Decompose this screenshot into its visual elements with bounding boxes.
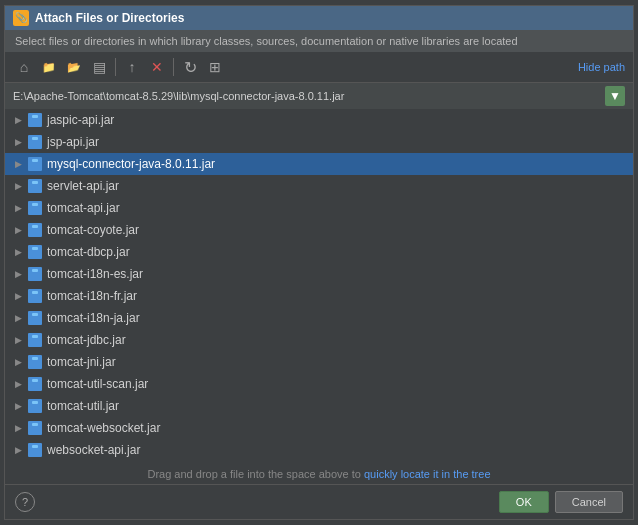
- tree-expand-arrow[interactable]: ▶: [13, 291, 23, 301]
- tree-expand-arrow[interactable]: ▶: [13, 137, 23, 147]
- jar-file-icon: [27, 398, 43, 414]
- tree-expand-arrow[interactable]: ▶: [13, 401, 23, 411]
- tree-item[interactable]: ▶tomcat-jdbc.jar: [5, 329, 633, 351]
- tree-item[interactable]: ▶tomcat-i18n-fr.jar: [5, 285, 633, 307]
- tree-item-label: tomcat-i18n-es.jar: [47, 267, 143, 281]
- tree-item-label: mysql-connector-java-8.0.11.jar: [47, 157, 215, 171]
- drag-hint-text: Drag and drop a file into the space abov…: [147, 468, 360, 480]
- tree-expand-arrow[interactable]: ▶: [13, 181, 23, 191]
- jar-file-icon: [27, 222, 43, 238]
- tree-expand-arrow[interactable]: ▶: [13, 423, 23, 433]
- drag-hint-highlight: quickly locate it in the tree: [364, 468, 491, 480]
- tree-view-button[interactable]: ⊞: [204, 56, 226, 78]
- refresh-button[interactable]: ↻: [179, 56, 201, 78]
- jar-file-icon: [27, 376, 43, 392]
- tree-expand-arrow[interactable]: ▶: [13, 379, 23, 389]
- jar-file-icon: [27, 266, 43, 282]
- hide-path-link[interactable]: Hide path: [578, 61, 625, 73]
- toolbar: ⌂ 📁 📂 ▤ ↑ ✕ ↻ ⊞ Hide path: [5, 52, 633, 83]
- browse-button[interactable]: ▼: [605, 86, 625, 106]
- up-button[interactable]: ↑: [121, 56, 143, 78]
- jar-file-icon: [27, 134, 43, 150]
- tree-item-label: tomcat-i18n-ja.jar: [47, 311, 140, 325]
- path-bar: E:\Apache-Tomcat\tomcat-8.5.29\lib\mysql…: [5, 83, 633, 109]
- tree-expand-arrow[interactable]: ▶: [13, 445, 23, 455]
- dialog-icon: 📎: [13, 10, 29, 26]
- tree-item[interactable]: ▶jaspic-api.jar: [5, 109, 633, 131]
- tree-expand-arrow[interactable]: ▶: [13, 335, 23, 345]
- tree-item[interactable]: ▶jsp-api.jar: [5, 131, 633, 153]
- tree-item-label: tomcat-api.jar: [47, 201, 120, 215]
- tree-item-label: tomcat-jni.jar: [47, 355, 116, 369]
- jar-file-icon: [27, 156, 43, 172]
- new-folder-button[interactable]: 📂: [63, 56, 85, 78]
- jar-file-icon: [27, 288, 43, 304]
- tree-expand-arrow[interactable]: ▶: [13, 225, 23, 235]
- tree-expand-arrow[interactable]: ▶: [13, 313, 23, 323]
- tree-expand-arrow[interactable]: ▶: [13, 115, 23, 125]
- tree-item[interactable]: ▶tomcat-jni.jar: [5, 351, 633, 373]
- tree-item-label: jaspic-api.jar: [47, 113, 114, 127]
- tree-item[interactable]: ▶tomcat-i18n-ja.jar: [5, 307, 633, 329]
- tree-expand-arrow[interactable]: ▶: [13, 357, 23, 367]
- cancel-button[interactable]: Cancel: [555, 491, 623, 513]
- tree-item[interactable]: ▶tomcat-api.jar: [5, 197, 633, 219]
- jar-file-icon: [27, 310, 43, 326]
- title-bar: 📎 Attach Files or Directories: [5, 6, 633, 30]
- ok-button[interactable]: OK: [499, 491, 549, 513]
- tree-item[interactable]: ▶tomcat-websocket.jar: [5, 417, 633, 439]
- dialog-subtitle: Select files or directories in which lib…: [5, 30, 633, 52]
- jar-file-icon: [27, 442, 43, 458]
- tree-item-label: jsp-api.jar: [47, 135, 99, 149]
- tree-expand-arrow[interactable]: ▶: [13, 159, 23, 169]
- tree-item[interactable]: ▶mysql-connector-java-8.0.11.jar: [5, 153, 633, 175]
- tree-item[interactable]: ▶tomcat-util-scan.jar: [5, 373, 633, 395]
- toolbar-separator-1: [115, 58, 116, 76]
- home-button[interactable]: ⌂: [13, 56, 35, 78]
- toolbar-separator-2: [173, 58, 174, 76]
- footer: ? OK Cancel: [5, 484, 633, 519]
- jar-file-icon: [27, 354, 43, 370]
- tree-item-label: tomcat-dbcp.jar: [47, 245, 130, 259]
- drag-hint: Drag and drop a file into the space abov…: [5, 464, 633, 484]
- tree-item[interactable]: ▶tomcat-util.jar: [5, 395, 633, 417]
- help-button[interactable]: ?: [15, 492, 35, 512]
- folder-button[interactable]: 📁: [38, 56, 60, 78]
- tree-item[interactable]: ▶tomcat-coyote.jar: [5, 219, 633, 241]
- jar-file-icon: [27, 420, 43, 436]
- tree-item-label: tomcat-websocket.jar: [47, 421, 160, 435]
- tree-expand-arrow[interactable]: ▶: [13, 269, 23, 279]
- tree-item-label: tomcat-coyote.jar: [47, 223, 139, 237]
- tree-item-label: tomcat-util.jar: [47, 399, 119, 413]
- jar-file-icon: [27, 244, 43, 260]
- dialog-title: Attach Files or Directories: [35, 11, 184, 25]
- tree-expand-arrow[interactable]: ▶: [13, 203, 23, 213]
- footer-left: ?: [15, 492, 35, 512]
- tree-item-label: tomcat-i18n-fr.jar: [47, 289, 137, 303]
- attach-files-dialog: 📎 Attach Files or Directories Select fil…: [4, 5, 634, 520]
- tree-item-label: websocket-api.jar: [47, 443, 140, 457]
- jar-file-icon: [27, 332, 43, 348]
- tree-item[interactable]: ▶tomcat-dbcp.jar: [5, 241, 633, 263]
- tree-expand-arrow[interactable]: ▶: [13, 247, 23, 257]
- jar-file-icon: [27, 112, 43, 128]
- jar-file-icon: [27, 200, 43, 216]
- tree-item[interactable]: ▶tomcat-i18n-es.jar: [5, 263, 633, 285]
- path-text: E:\Apache-Tomcat\tomcat-8.5.29\lib\mysql…: [13, 90, 601, 102]
- tree-item-label: tomcat-util-scan.jar: [47, 377, 148, 391]
- delete-button[interactable]: ✕: [146, 56, 168, 78]
- jar-file-icon: [27, 178, 43, 194]
- tree-item-label: tomcat-jdbc.jar: [47, 333, 126, 347]
- tree-item[interactable]: ▶servlet-api.jar: [5, 175, 633, 197]
- list-view-button[interactable]: ▤: [88, 56, 110, 78]
- tree-item-label: servlet-api.jar: [47, 179, 119, 193]
- tree-item[interactable]: ▶websocket-api.jar: [5, 439, 633, 461]
- file-tree[interactable]: ▶jaspic-api.jar▶jsp-api.jar▶mysql-connec…: [5, 109, 633, 464]
